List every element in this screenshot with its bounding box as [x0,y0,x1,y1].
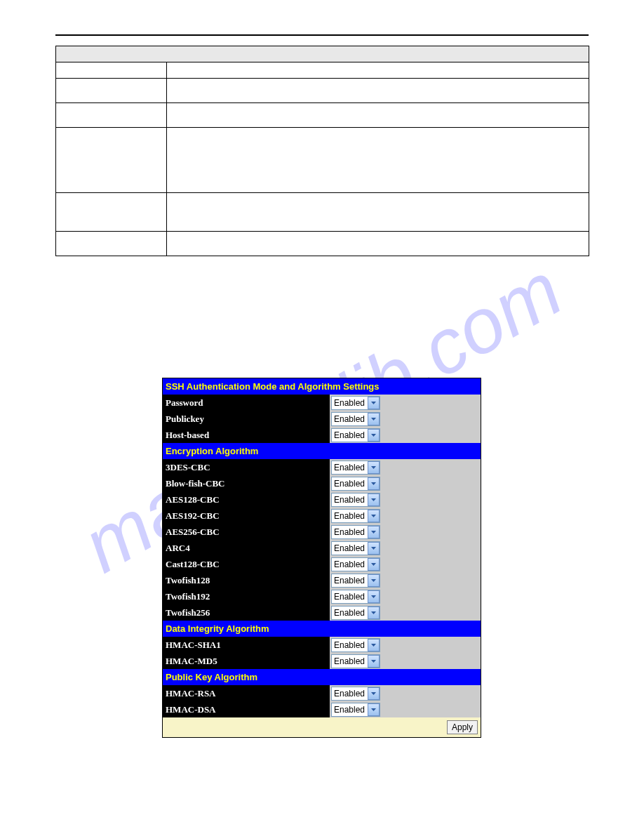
svg-marker-15 [371,692,376,695]
ssh-value-cell: Enabled [330,427,481,443]
ssh-label: Twofish256 [163,604,330,621]
table-subheader-row [56,62,589,79]
ssh-select-hmac-dsa[interactable]: Enabled [331,703,380,717]
ssh-select-hmac-rsa[interactable]: Enabled [331,687,380,701]
ssh-select-aes256[interactable]: Enabled [331,525,380,539]
ssh-row-cast128: Cast128-CBC Enabled [163,556,481,572]
select-value: Enabled [334,576,365,585]
table-row [56,103,589,128]
ssh-row-arc4: ARC4 Enabled [163,540,481,556]
chevron-down-icon [368,703,380,716]
ssh-label: HMAC-DSA [163,701,330,717]
ssh-select-hostbased[interactable]: Enabled [331,428,380,442]
chevron-down-icon [368,413,380,425]
ssh-select-publickey[interactable]: Enabled [331,412,380,426]
ssh-select-hmac-sha1[interactable]: Enabled [331,638,380,652]
svg-marker-8 [371,547,376,550]
ssh-row-aes128: AES128-CBC Enabled [163,491,481,508]
select-value: Enabled [334,463,365,472]
table-title-cell [56,46,589,62]
ssh-row-twofish128: Twofish128 Enabled [163,572,481,588]
chevron-down-icon [368,461,380,474]
ssh-header-publickey: Public Key Algorithm [163,669,481,685]
ssh-select-cast128[interactable]: Enabled [331,557,380,571]
ssh-select-password[interactable]: Enabled [331,396,380,410]
chevron-down-icon [368,542,380,555]
ssh-row-hostbased: Host-based Enabled [163,427,481,443]
select-value: Enabled [334,640,365,650]
ssh-select-twofish128[interactable]: Enabled [331,574,380,588]
ssh-header-integrity: Data Integrity Algorithm [163,621,481,637]
parameter-table [55,46,589,256]
svg-marker-0 [371,402,376,404]
svg-marker-3 [371,466,376,469]
select-value: Enabled [334,527,365,537]
ssh-row-hmac-rsa: HMAC-RSA Enabled [163,685,481,701]
ssh-row-hmac-md5: HMAC-MD5 Enabled [163,653,481,669]
svg-marker-5 [371,498,376,501]
ssh-label: Twofish192 [163,588,330,604]
chevron-down-icon [368,639,380,651]
select-value: Enabled [334,398,365,408]
ssh-label: Blow-fish-CBC [163,475,330,491]
select-value: Enabled [334,414,365,424]
chevron-down-icon [368,590,380,603]
chevron-down-icon [368,574,380,587]
ssh-label: AES256-CBC [163,524,330,540]
chevron-down-icon [368,510,380,522]
svg-marker-1 [371,418,376,421]
ssh-footer: Apply [163,717,481,737]
table-row [56,232,589,256]
ssh-select-blowfish[interactable]: Enabled [331,477,380,491]
top-horizontal-rule [55,34,589,36]
ssh-label: Twofish128 [163,572,330,588]
ssh-select-hmac-md5[interactable]: Enabled [331,654,380,668]
ssh-label: HMAC-MD5 [163,653,330,669]
ssh-label: Publickey [163,411,330,427]
ssh-label: HMAC-RSA [163,685,330,701]
ssh-select-twofish192[interactable]: Enabled [331,590,380,604]
ssh-label: 3DES-CBC [163,459,330,475]
select-value: Enabled [334,560,365,569]
ssh-value-cell: Enabled [330,411,481,427]
chevron-down-icon [368,687,380,700]
ssh-label: AES192-CBC [163,508,330,524]
ssh-row-blowfish: Blow-fish-CBC Enabled [163,475,481,491]
ssh-select-arc4[interactable]: Enabled [331,541,380,555]
ssh-select-aes128[interactable]: Enabled [331,493,380,507]
ssh-select-3des[interactable]: Enabled [331,461,380,475]
select-value: Enabled [334,430,365,440]
ssh-row-aes192: AES192-CBC Enabled [163,508,481,524]
svg-marker-14 [371,660,376,663]
ssh-row-password: Password Enabled [163,395,481,411]
chevron-down-icon [368,526,380,538]
chevron-down-icon [368,494,380,506]
ssh-value-cell: Enabled [330,395,481,411]
svg-marker-12 [371,611,376,614]
ssh-select-aes192[interactable]: Enabled [331,509,380,523]
chevron-down-icon [368,397,380,409]
ssh-label: HMAC-SHA1 [163,637,330,653]
ssh-settings-panel: SSH Authentication Mode and Algorithm Se… [162,378,481,738]
col-parameter [56,62,167,79]
ssh-label: Cast128-CBC [163,556,330,572]
select-value: Enabled [334,479,365,489]
svg-marker-11 [371,595,376,598]
ssh-row-aes256: AES256-CBC Enabled [163,524,481,540]
chevron-down-icon [368,429,380,442]
ssh-header-main: SSH Authentication Mode and Algorithm Se… [163,378,481,395]
select-value: Enabled [334,689,365,699]
svg-marker-6 [371,515,376,517]
table-row [56,193,589,232]
svg-marker-13 [371,644,376,647]
apply-button[interactable]: Apply [447,720,478,734]
table-row [56,128,589,193]
ssh-row-hmac-sha1: HMAC-SHA1 Enabled [163,637,481,653]
ssh-select-twofish256[interactable]: Enabled [331,606,380,620]
chevron-down-icon [368,477,380,490]
ssh-row-twofish256: Twofish256 Enabled [163,604,481,621]
svg-marker-2 [371,434,376,437]
select-value: Enabled [334,592,365,602]
select-value: Enabled [334,511,365,521]
select-value: Enabled [334,608,365,618]
